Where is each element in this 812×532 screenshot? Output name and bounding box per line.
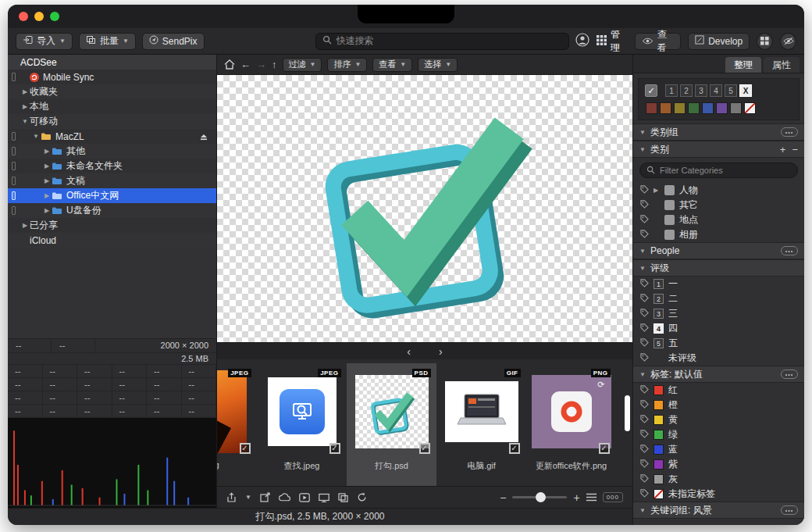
category-checkbox[interactable] bbox=[664, 185, 675, 195]
category-row[interactable]: 地点 bbox=[633, 212, 804, 227]
label-row[interactable]: 橙 bbox=[633, 398, 804, 412]
chevron-right-icon[interactable]: ▶ bbox=[42, 148, 52, 155]
section-menu-icon[interactable]: ••• bbox=[781, 246, 798, 255]
section-categories[interactable]: ▼ 类别 +− bbox=[633, 141, 804, 158]
label-color-swatch[interactable] bbox=[654, 400, 664, 410]
rating-row[interactable]: 2二 bbox=[633, 291, 804, 306]
tree-item[interactable]: ▶Office中文网 bbox=[8, 188, 216, 203]
label-row[interactable]: 灰 bbox=[633, 472, 804, 487]
chevron-right-icon[interactable]: ▶ bbox=[20, 88, 30, 95]
tree-item[interactable]: ▶已分享 bbox=[8, 218, 216, 233]
chevron-down-icon[interactable]: ▼ bbox=[20, 118, 30, 125]
rating-square[interactable]: 5 bbox=[654, 338, 664, 348]
zoom-slider[interactable] bbox=[512, 496, 567, 498]
eject-icon[interactable] bbox=[199, 133, 208, 141]
rating-button-2[interactable]: 2 bbox=[680, 84, 693, 97]
label-row[interactable]: 紫 bbox=[633, 457, 804, 472]
sendpix-button[interactable]: SendPix bbox=[142, 33, 205, 50]
external-editor-icon[interactable] bbox=[260, 492, 270, 502]
batch-button[interactable]: 批量 ▼ bbox=[79, 33, 136, 50]
cloud-upload-icon[interactable] bbox=[279, 493, 290, 502]
color-label-swatch[interactable] bbox=[674, 102, 686, 114]
easy-select-bar[interactable] bbox=[12, 162, 16, 170]
projector-icon[interactable] bbox=[319, 493, 329, 502]
label-color-swatch[interactable] bbox=[654, 415, 664, 425]
label-row[interactable]: 蓝 bbox=[633, 442, 804, 457]
easy-select-bar[interactable] bbox=[12, 191, 16, 200]
list-view-icon[interactable] bbox=[586, 493, 597, 502]
chevron-down-icon[interactable]: ▼ bbox=[31, 133, 41, 140]
label-color-swatch[interactable] bbox=[654, 459, 664, 470]
easy-select-bar[interactable] bbox=[12, 177, 16, 185]
filmstrip-scrollbar[interactable] bbox=[625, 395, 630, 431]
color-label-swatch[interactable] bbox=[688, 102, 700, 114]
chevron-down-icon[interactable]: ▼ bbox=[245, 495, 251, 501]
tab-properties[interactable]: 属性 bbox=[764, 57, 800, 73]
label-color-swatch[interactable] bbox=[654, 385, 664, 395]
section-menu-icon[interactable]: ••• bbox=[781, 127, 798, 137]
tree-item[interactable]: Mobile Sync bbox=[8, 70, 216, 84]
chevron-right-icon[interactable]: ▶ bbox=[42, 162, 52, 170]
thumbnail-checkbox[interactable]: ✓ bbox=[509, 443, 520, 454]
filmstrip-item[interactable]: GIF✓电脑.gif bbox=[436, 363, 526, 486]
category-checkbox[interactable] bbox=[664, 215, 675, 225]
color-label-swatch[interactable] bbox=[730, 102, 742, 114]
easy-select-bar[interactable] bbox=[12, 206, 16, 215]
chevron-right-icon[interactable]: ▶ bbox=[20, 222, 30, 229]
no-label-swatch[interactable] bbox=[654, 489, 664, 499]
color-label-swatch[interactable] bbox=[646, 102, 657, 114]
zoom-slider-knob[interactable] bbox=[536, 492, 546, 502]
quick-search-input[interactable]: 快速搜索 bbox=[315, 33, 569, 50]
rating-button-3[interactable]: 3 bbox=[695, 84, 707, 97]
up-icon[interactable]: ↑ bbox=[272, 59, 277, 70]
label-row[interactable]: 未指定标签 bbox=[633, 487, 804, 502]
category-row[interactable]: 其它 bbox=[633, 198, 804, 212]
rating-button-5[interactable]: 5 bbox=[725, 84, 737, 97]
thumbnail-checkbox[interactable]: ✓ bbox=[329, 443, 340, 454]
filmstrip-item[interactable]: PSD✓打勾.psd bbox=[347, 363, 436, 486]
category-row[interactable]: ▶人物 bbox=[633, 183, 804, 198]
home-icon[interactable] bbox=[224, 59, 235, 70]
section-category-group[interactable]: ▼ 类别组 ••• bbox=[633, 123, 804, 141]
rating-square[interactable]: 2 bbox=[654, 294, 664, 304]
rating-row[interactable]: 未评级 bbox=[633, 351, 804, 366]
back-icon[interactable]: ← bbox=[240, 59, 251, 70]
category-checkbox[interactable] bbox=[664, 200, 675, 210]
zoom-in-icon[interactable]: + bbox=[573, 491, 579, 504]
tab-organize[interactable]: 整理 bbox=[725, 57, 761, 73]
thumbnail-checkbox[interactable]: ✓ bbox=[599, 443, 610, 454]
acdsee-365-button[interactable] bbox=[757, 33, 773, 50]
close-window-button[interactable] bbox=[19, 12, 28, 21]
sort-dropdown[interactable]: 排序▼ bbox=[327, 58, 367, 72]
mode-develop-button[interactable]: Develop bbox=[688, 33, 750, 50]
tree-item[interactable]: ▼MacZL bbox=[8, 129, 216, 144]
view-dropdown[interactable]: 查看▼ bbox=[372, 58, 412, 72]
prev-image-icon[interactable]: ‹ bbox=[407, 345, 411, 358]
section-rating[interactable]: ▼ 评级 bbox=[633, 259, 804, 277]
image-preview[interactable] bbox=[217, 75, 632, 342]
remove-category-button[interactable]: − bbox=[792, 144, 798, 155]
mode-manage-button[interactable]: 管理 bbox=[597, 28, 628, 55]
tree-item[interactable]: ACDSee bbox=[8, 55, 216, 70]
rating-button-X[interactable]: X bbox=[739, 84, 752, 97]
forward-icon[interactable]: → bbox=[256, 59, 266, 70]
zoom-window-button[interactable] bbox=[50, 12, 59, 21]
thumbnail-checkbox[interactable]: ✓ bbox=[419, 443, 430, 454]
chevron-right-icon[interactable]: ▶ bbox=[42, 207, 52, 214]
chevron-right-icon[interactable]: ▶ bbox=[42, 177, 52, 184]
chevron-right-icon[interactable]: ▶ bbox=[20, 103, 30, 110]
filmstrip-item[interactable]: JPEG✓peg bbox=[217, 363, 257, 486]
rating-row[interactable]: 1一 bbox=[633, 277, 804, 291]
share-export-icon[interactable] bbox=[226, 492, 237, 503]
tree-item[interactable]: ▶未命名文件夹 bbox=[8, 159, 216, 173]
color-label-swatch[interactable] bbox=[702, 102, 714, 114]
account-icon[interactable] bbox=[575, 33, 589, 50]
label-color-swatch[interactable] bbox=[654, 430, 664, 440]
select-checkbox[interactable]: ✓ bbox=[645, 84, 657, 97]
label-row[interactable]: 黄 bbox=[633, 412, 804, 427]
chevron-right-icon[interactable]: ▶ bbox=[42, 192, 52, 199]
section-menu-icon[interactable]: ••• bbox=[781, 505, 798, 515]
tree-item[interactable]: ▶本地 bbox=[8, 99, 216, 114]
sync-icon[interactable] bbox=[357, 492, 367, 502]
thumbnail-checkbox[interactable]: ✓ bbox=[240, 443, 251, 454]
